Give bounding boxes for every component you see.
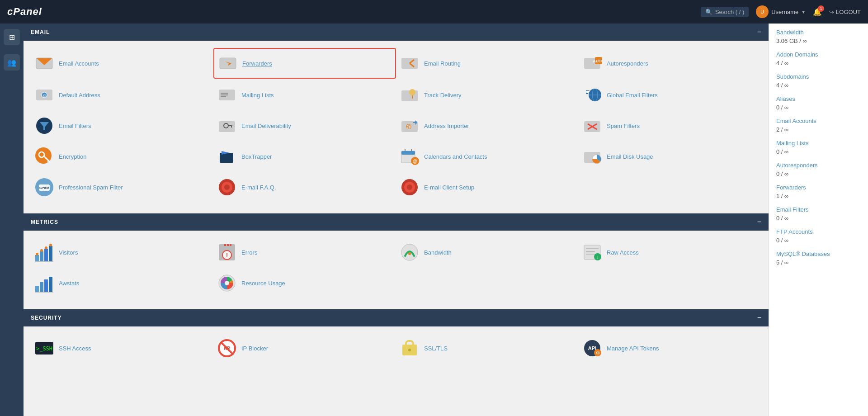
security-item-label-manage-api: Manage API Tokens bbox=[607, 345, 659, 352]
stat-value: 0 / ∞ bbox=[776, 237, 788, 244]
stat-value: 0 / ∞ bbox=[776, 148, 788, 155]
metrics-item-raw-access[interactable]: ↓ Raw Access bbox=[579, 238, 761, 267]
stat-label[interactable]: Aliases bbox=[776, 95, 861, 102]
calendar-at-icon: @ bbox=[400, 147, 420, 166]
svg-point-75 bbox=[45, 246, 47, 249]
envelope-fork-icon bbox=[400, 53, 420, 73]
metrics-item-awstats[interactable]: Awstats bbox=[31, 269, 213, 298]
stat-autoresponders: Autoresponders 0 / ∞ bbox=[776, 162, 861, 178]
user-label[interactable]: Username bbox=[771, 9, 798, 15]
stat-label[interactable]: Subdomains bbox=[776, 73, 861, 80]
content-area: EMAIL − Email Accounts Forwarders Email … bbox=[24, 24, 769, 416]
email-item-calendars-contacts[interactable]: @ Calendars and Contacts bbox=[396, 142, 579, 171]
svg-text:SPAM: SPAM bbox=[39, 186, 50, 190]
grid-icon[interactable]: ⊞ bbox=[4, 29, 20, 45]
email-item-mailing-lists[interactable]: Mailing Lists bbox=[213, 80, 396, 109]
svg-point-74 bbox=[40, 249, 43, 252]
topnav-right: 🔍 Search ( / ) U Username ▼ 🔔 1 ↪ LOGOUT bbox=[701, 5, 861, 18]
stat-label[interactable]: Mailing Lists bbox=[776, 140, 861, 147]
search-box[interactable]: 🔍 Search ( / ) bbox=[701, 7, 749, 17]
users-icon[interactable]: 👥 bbox=[4, 54, 20, 71]
security-section: SECURITY − >_SSH SSH Access NP IP Blocke… bbox=[24, 309, 769, 370]
email-item-label-autoresponders: Autoresponders bbox=[607, 60, 648, 67]
stat-label[interactable]: Addon Domains bbox=[776, 51, 861, 58]
stat-label[interactable]: Email Filters bbox=[776, 206, 861, 213]
email-item-label-email-client-setup: E-mail Client Setup bbox=[424, 184, 474, 191]
email-item-spam-filters[interactable]: Spam Filters bbox=[579, 111, 761, 140]
right-sidebar: Bandwidth 3.06 GB / ∞ Addon Domains 4 / … bbox=[769, 24, 868, 416]
metrics-collapse-button[interactable]: − bbox=[757, 218, 761, 226]
logout-button[interactable]: ↪ LOGOUT bbox=[829, 9, 861, 15]
user-area: U Username ▼ bbox=[756, 5, 806, 18]
svg-rect-92 bbox=[40, 282, 43, 292]
email-item-default-address[interactable]: @ Default Address bbox=[31, 80, 213, 109]
email-item-autoresponders[interactable]: AUTO Autoresponders bbox=[579, 48, 761, 79]
email-item-email-deliverability[interactable]: Email Deliverability bbox=[213, 111, 396, 140]
box-flag-icon bbox=[217, 147, 237, 166]
security-collapse-button[interactable]: − bbox=[757, 314, 761, 322]
search-placeholder: Search ( / ) bbox=[715, 9, 744, 15]
email-item-email-client-setup[interactable]: E-mail Client Setup bbox=[396, 173, 579, 202]
stat-aliases: Aliases 0 / ∞ bbox=[776, 95, 861, 111]
rawaccess-ico-icon: ↓ bbox=[582, 242, 602, 262]
metrics-item-resource-usage[interactable]: Resource Usage bbox=[213, 269, 396, 298]
email-item-email-routing[interactable]: Email Routing bbox=[396, 48, 579, 79]
email-item-label-pro-spam-filter: Professional Spam Filter bbox=[59, 184, 123, 191]
stat-label[interactable]: Email Accounts bbox=[776, 118, 861, 124]
email-item-email-disk-usage[interactable]: Email Disk Usage bbox=[579, 142, 761, 171]
email-item-pro-spam-filter[interactable]: SPAM Professional Spam Filter bbox=[31, 173, 213, 202]
svg-point-76 bbox=[49, 244, 52, 246]
email-item-email-accounts[interactable]: Email Accounts bbox=[31, 48, 213, 79]
security-item-label-ip-blocker: IP Blocker bbox=[241, 345, 268, 352]
security-item-ssh-access[interactable]: >_SSH SSH Access bbox=[31, 334, 213, 363]
stat-label[interactable]: Bandwidth bbox=[776, 29, 861, 36]
metrics-section: METRICS − Visitors ! Errors Bandwidth ↓ … bbox=[24, 213, 769, 305]
email-item-global-email-filters[interactable]: Global Email Filters bbox=[579, 80, 761, 109]
stat-label[interactable]: MySQL® Databases bbox=[776, 251, 861, 257]
stat-label[interactable]: FTP Accounts bbox=[776, 228, 861, 235]
stat-bandwidth: Bandwidth 3.06 GB / ∞ bbox=[776, 29, 861, 45]
email-item-label-track-delivery: Track Delivery bbox=[424, 92, 462, 99]
security-item-ip-blocker[interactable]: NP IP Blocker bbox=[213, 334, 396, 363]
email-item-address-importer[interactable]: @ Address Importer bbox=[396, 111, 579, 140]
svg-point-22 bbox=[409, 89, 415, 95]
email-collapse-button[interactable]: − bbox=[757, 28, 761, 36]
stat-mailing-lists: Mailing Lists 0 / ∞ bbox=[776, 140, 861, 156]
svg-point-64 bbox=[224, 184, 230, 190]
stat-label[interactable]: Autoresponders bbox=[776, 162, 861, 169]
email-item-encryption[interactable]: Encryption bbox=[31, 142, 213, 171]
svg-text:!: ! bbox=[226, 251, 228, 259]
avatar[interactable]: U bbox=[756, 5, 769, 18]
email-item-email-faq[interactable]: E-mail F.A.Q. bbox=[213, 173, 396, 202]
svg-rect-70 bbox=[44, 249, 48, 261]
security-item-label-ssh-access: SSH Access bbox=[59, 345, 91, 352]
envelope-pin-icon bbox=[400, 85, 420, 105]
svg-rect-93 bbox=[44, 279, 48, 292]
visitors-ico-icon bbox=[34, 242, 54, 262]
security-section-body: >_SSH SSH Access NP IP Blocker SSL/TLS A… bbox=[24, 326, 769, 370]
svg-point-105 bbox=[408, 349, 411, 351]
security-item-manage-api[interactable]: API⚙ Manage API Tokens bbox=[579, 334, 761, 363]
metrics-item-errors[interactable]: ! Errors bbox=[213, 238, 396, 267]
svg-rect-94 bbox=[49, 277, 52, 292]
ssh-ico-icon: >_SSH bbox=[34, 338, 54, 358]
email-item-forwarders[interactable]: Forwarders bbox=[213, 48, 396, 79]
svg-point-67 bbox=[407, 184, 412, 190]
email-item-email-filters[interactable]: Email Filters bbox=[31, 111, 213, 140]
security-item-ssl-tls[interactable]: SSL/TLS bbox=[396, 334, 579, 363]
svg-text:⚙: ⚙ bbox=[596, 350, 600, 355]
email-item-label-boxtrapper: BoxTrapper bbox=[241, 153, 272, 160]
email-item-track-delivery[interactable]: Track Delivery bbox=[396, 80, 579, 109]
red-btn2-icon bbox=[400, 177, 420, 197]
stat-label[interactable]: Forwarders bbox=[776, 184, 861, 191]
email-item-boxtrapper[interactable]: BoxTrapper bbox=[213, 142, 396, 171]
chevron-down-icon[interactable]: ▼ bbox=[801, 9, 806, 14]
email-item-label-email-filters: Email Filters bbox=[59, 123, 91, 129]
pie-disk-icon bbox=[582, 147, 602, 166]
metrics-item-bandwidth[interactable]: Bandwidth bbox=[396, 238, 579, 267]
email-item-label-email-routing: Email Routing bbox=[424, 60, 461, 67]
topnav: cPanel 🔍 Search ( / ) U Username ▼ 🔔 1 ↪… bbox=[0, 0, 868, 24]
metrics-item-visitors[interactable]: Visitors bbox=[31, 238, 213, 267]
globe-filter-icon bbox=[582, 85, 602, 105]
email-section-title: EMAIL bbox=[31, 29, 50, 35]
